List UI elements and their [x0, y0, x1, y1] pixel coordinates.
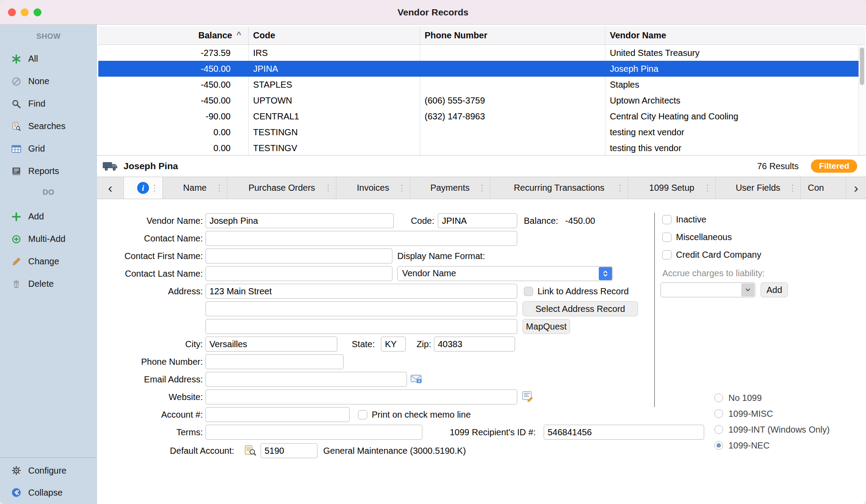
sidebar-item-add[interactable]: Add — [0, 205, 97, 228]
website-input[interactable] — [205, 389, 517, 404]
column-header-vendor-name[interactable]: Vendor Name — [605, 26, 865, 44]
inactive-checkbox[interactable] — [662, 215, 672, 224]
close-window-button[interactable] — [8, 8, 16, 16]
state-input[interactable] — [381, 337, 406, 352]
address-line2-input[interactable] — [205, 301, 517, 316]
address-line1-input[interactable] — [205, 284, 517, 299]
tab-contacts-truncated[interactable]: Con — [800, 177, 846, 199]
select-address-record-button[interactable]: Select Address Record — [523, 301, 638, 316]
sidebar-item-reports[interactable]: Reports — [0, 160, 97, 182]
default-account-input[interactable] — [261, 443, 317, 458]
link-address-checkbox-row: Link to Address Record — [524, 286, 629, 296]
account-lookup-icon[interactable] — [244, 445, 256, 458]
vendor-form: Vendor Name: Code: Balance: -450.00 Cont… — [97, 200, 866, 504]
account-number-input[interactable] — [205, 407, 350, 422]
no-1099-radio[interactable] — [714, 393, 723, 402]
display-name-format-dropdown[interactable]: Vendor Name — [397, 266, 613, 281]
credit-card-checkbox[interactable] — [662, 250, 672, 259]
sidebar-item-collapse[interactable]: Collapse — [0, 482, 97, 504]
accrue-liability-label: Accrue charges to liability: — [662, 266, 765, 281]
mapquest-button[interactable]: MapQuest — [523, 319, 570, 334]
sidebar-item-multi-add[interactable]: Multi-Add — [0, 228, 97, 250]
table-row-selected[interactable]: -450.00 JPINA Joseph Pina — [98, 61, 865, 77]
tabs-scroll-left-button[interactable]: ‹ — [97, 177, 123, 199]
tab-payments[interactable]: Payments⋮ — [410, 177, 490, 199]
sidebar-item-label: Reports — [28, 166, 59, 176]
zoom-window-button[interactable] — [34, 8, 41, 16]
zip-label: Zip: — [406, 337, 431, 352]
sidebar-item-find[interactable]: Find — [0, 93, 97, 115]
vendor-name-label: Vendor Name: — [97, 213, 203, 228]
tabs-scroll-right-button[interactable]: › — [846, 177, 866, 199]
table-row[interactable]: -273.59 IRS United States Treasury — [98, 45, 865, 61]
email-address-input[interactable] — [205, 372, 407, 387]
column-header-code[interactable]: Code — [248, 26, 420, 44]
tab-1099-setup[interactable]: 1099 Setup⋮ — [628, 177, 715, 199]
sidebar-item-configure[interactable]: Configure — [0, 460, 97, 482]
link-address-checkbox[interactable] — [524, 287, 533, 296]
tab-grip-icon: ⋮ — [478, 183, 486, 193]
inactive-label: Inactive — [676, 215, 706, 225]
minimize-window-button[interactable] — [21, 8, 29, 16]
table-scrollbar[interactable] — [859, 45, 865, 155]
tab-name[interactable]: Name⋮ — [162, 177, 227, 199]
sidebar-item-all[interactable]: All — [0, 48, 97, 70]
column-header-phone[interactable]: Phone Number — [420, 26, 605, 44]
tab-invoices[interactable]: Invoices⋮ — [336, 177, 410, 199]
chevron-left-icon: ‹ — [108, 181, 112, 196]
radio-row-1099-nec: 1099-NEC — [714, 441, 769, 450]
1099-nec-radio[interactable] — [714, 441, 723, 450]
table-row[interactable]: -90.00 CENTRAL1 (632) 147-8963 Central C… — [98, 108, 865, 124]
grid-icon — [11, 143, 22, 155]
sidebar-item-change[interactable]: Change — [0, 250, 97, 273]
print-memo-checkbox[interactable] — [358, 410, 367, 419]
credit-card-label: Credit Card Company — [676, 250, 761, 260]
contact-last-name-input[interactable] — [205, 266, 392, 281]
phone-number-input[interactable] — [205, 354, 343, 369]
contact-name-input[interactable] — [205, 231, 517, 246]
miscellaneous-checkbox[interactable] — [662, 233, 672, 242]
open-website-icon[interactable] — [522, 391, 534, 404]
address-line3-input[interactable] — [205, 319, 517, 334]
dropdown-selected-value: Vendor Name — [402, 267, 597, 280]
vendor-name-input[interactable] — [205, 213, 394, 228]
sidebar-item-label: Collapse — [28, 488, 63, 498]
tab-user-fields[interactable]: User Fields⋮ — [715, 177, 800, 199]
accrue-liability-dropdown[interactable] — [661, 282, 755, 297]
add-liability-button[interactable]: Add — [761, 282, 788, 297]
website-label: Website: — [97, 389, 203, 404]
phone-number-label: Phone Number: — [97, 354, 203, 369]
sidebar-item-searches[interactable]: Searches — [0, 115, 97, 137]
zip-input[interactable] — [434, 337, 515, 352]
contact-name-label: Contact Name: — [97, 231, 203, 246]
compose-email-icon[interactable] — [411, 374, 422, 386]
balance-label: Balance: — [524, 216, 558, 226]
plus-icon — [11, 211, 22, 222]
column-header-balance[interactable]: Balance ^ — [98, 26, 248, 44]
sidebar-item-grid[interactable]: Grid — [0, 137, 97, 160]
filtered-badge[interactable]: Filtered — [811, 159, 857, 173]
terms-input[interactable] — [205, 425, 422, 440]
sidebar-item-none[interactable]: None — [0, 70, 97, 93]
code-input[interactable] — [438, 213, 517, 228]
1099-int-radio[interactable] — [714, 425, 723, 434]
contact-first-name-input[interactable] — [205, 248, 392, 263]
table-row[interactable]: 0.00 TESTINGN testing next vendor — [98, 124, 865, 140]
tab-grip-icon: ⋮ — [616, 183, 624, 193]
tab-purchase-orders[interactable]: Purchase Orders⋮ — [227, 177, 336, 199]
table-row[interactable]: -450.00 UPTOWN (606) 555-3759 Uptown Arc… — [98, 93, 865, 108]
balance-value: -450.00 — [565, 216, 595, 226]
tab-info[interactable]: i ⋮ — [123, 177, 162, 199]
table-row[interactable]: -450.00 STAPLES Staples — [98, 77, 865, 93]
table-row[interactable]: 0.00 TESTINGV testing this vendor — [98, 140, 865, 155]
city-input[interactable] — [205, 337, 337, 352]
sidebar-item-delete[interactable]: Delete — [0, 273, 97, 295]
truck-icon — [102, 160, 118, 172]
recipient-id-input[interactable] — [544, 425, 704, 440]
radio-row-no-1099: No 1099 — [714, 393, 762, 403]
1099-misc-radio[interactable] — [714, 409, 723, 418]
sidebar-item-label: None — [28, 76, 49, 86]
record-title: Joseph Pina — [123, 161, 178, 171]
tab-recurring-transactions[interactable]: Recurring Transactions⋮ — [490, 177, 628, 199]
scrollbar-thumb[interactable] — [860, 48, 864, 85]
